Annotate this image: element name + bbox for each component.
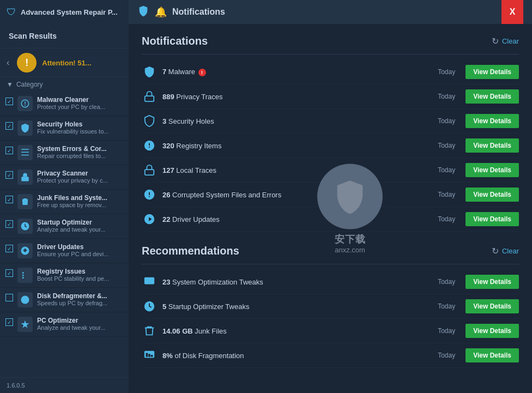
notifications-section-header: Notifications ↻ Clear [142, 35, 519, 47]
svg-point-3 [22, 275, 24, 276]
notif-malware-view-btn[interactable]: View Details [466, 65, 519, 79]
checkbox-system[interactable] [5, 147, 13, 154]
junk-icon [17, 194, 33, 209]
notifications-clear-label: Clear [502, 37, 519, 45]
notif-corrupted-view-btn[interactable]: View Details [466, 188, 519, 202]
category-row: ▼ Category [0, 77, 129, 92]
sidebar-item-privacy[interactable]: Privacy Scanner Protect your privacy by … [0, 165, 129, 190]
recommendations-divider [142, 264, 519, 264]
disk-item-name: Disk Defragmenter &... [37, 292, 123, 300]
drivers-row-icon [142, 211, 157, 227]
notifications-section-title: Notifications [142, 35, 492, 47]
notif-startup-view-btn[interactable]: View Details [466, 299, 519, 313]
notif-sysopt-date: Today [433, 278, 460, 286]
notifications-title: Notifications [172, 7, 225, 17]
notif-registry-date: Today [433, 142, 460, 149]
checkbox-junk[interactable] [5, 196, 13, 203]
svg-point-2 [22, 272, 24, 274]
notifications-panel: 安下载 anxz.com Notifications ↻ Clear 7 Mal… [129, 24, 532, 393]
notif-diskfrag-view-btn[interactable]: View Details [466, 348, 519, 362]
sidebar-item-disk[interactable]: Disk Defragmenter &... Speeds up PC by d… [0, 288, 129, 312]
notif-local-text: 127 Local Traces [162, 166, 427, 174]
notif-row-local: 127 Local Traces Today View Details [142, 158, 519, 183]
version-label: 1.6.0.5 [7, 382, 25, 389]
corrupted-row-icon [142, 187, 157, 202]
privacy-item-text: Privacy Scanner Protect your privacy by … [37, 170, 123, 184]
close-button[interactable]: X [501, 0, 523, 24]
malware-icon [17, 96, 33, 111]
watermark-text: 安下载 [317, 232, 383, 245]
privacy-icon [17, 170, 33, 185]
notif-privacy-date: Today [433, 93, 460, 100]
sidebar-item-startup[interactable]: Startup Optimizer Analyze and tweak your… [0, 214, 129, 239]
sidebar-item-optimizer[interactable]: PC Optimizer Analyze and tweak your... [0, 312, 129, 337]
app-title: Advanced System Repair P... [21, 8, 118, 16]
notifications-clear-button[interactable]: ↻ Clear [492, 36, 519, 46]
notifications-divider [142, 54, 519, 55]
recommendations-section: Recommendations ↻ Clear 23 System Optimi… [142, 245, 519, 368]
notif-junkfiles-date: Today [433, 327, 460, 335]
checkbox-malware[interactable] [5, 98, 13, 105]
notif-startup-text: 5 Startup Optimizer Tweaks [162, 303, 427, 311]
junk-item-desc: Free up space by remov... [37, 202, 123, 208]
checkbox-drivers[interactable] [5, 245, 13, 252]
notif-security-view-btn[interactable]: View Details [466, 114, 519, 128]
system-item-desc: Repair corrupted files to... [37, 153, 123, 159]
startup-item-desc: Analyze and tweak your... [37, 226, 123, 233]
notif-row-security: 3 Security Holes Today View Details [142, 109, 519, 134]
alert-dot: ! [198, 69, 206, 76]
notif-registry-view-btn[interactable]: View Details [466, 138, 519, 153]
recommendations-clear-button[interactable]: ↻ Clear [492, 246, 519, 256]
notif-security-date: Today [433, 117, 460, 125]
checkbox-security[interactable] [5, 122, 13, 130]
sidebar-item-junk[interactable]: Junk Files and Syste... Free up space by… [0, 190, 129, 214]
refresh-icon: ↻ [492, 36, 499, 46]
notif-row-junkfiles: 14.06 GB Junk Files Today View Details [142, 319, 519, 343]
notif-drivers-view-btn[interactable]: View Details [466, 212, 519, 226]
notif-row-registry: 320 Registry Items Today View Details [142, 134, 519, 158]
shield-icon: 🛡 [7, 7, 16, 18]
notif-privacy-text: 889 Privacy Traces [162, 93, 427, 101]
title-bar: 🛡 Advanced System Repair P... 🔔 Notifica… [0, 0, 532, 24]
security-item-text: Security Holes Fix vulnerability issues … [37, 120, 123, 135]
chevron-left-icon[interactable]: ‹ [7, 58, 9, 68]
notif-drivers-text: 22 Driver Updates [162, 215, 427, 223]
notif-junkfiles-view-btn[interactable]: View Details [466, 324, 519, 338]
security-item-name: Security Holes [37, 120, 123, 128]
sidebar-item-malware[interactable]: Malware Cleaner Protect your PC by clea.… [0, 92, 129, 116]
notif-local-view-btn[interactable]: View Details [466, 163, 519, 177]
notif-drivers-date: Today [433, 215, 460, 223]
malware-item-text: Malware Cleaner Protect your PC by clea.… [37, 96, 123, 110]
checkbox-privacy[interactable] [5, 171, 13, 179]
driver-icon [17, 243, 33, 258]
junkfiles-row-icon [142, 323, 157, 338]
notif-malware-text: 7 Malware ! [162, 68, 427, 76]
svg-point-4 [22, 277, 24, 279]
checkbox-disk[interactable] [5, 294, 13, 301]
security-item-desc: Fix vulnerability issues to... [37, 128, 123, 135]
sidebar-item-security[interactable]: Security Holes Fix vulnerability issues … [0, 116, 129, 141]
sidebar-item-drivers[interactable]: Driver Updates Ensure your PC and devi..… [0, 239, 129, 263]
disk-icon [17, 292, 33, 307]
sidebar-item-registry[interactable]: Registry Issues Boost PC stability and p… [0, 263, 129, 288]
notif-corrupted-text: 26 Corrupted System Files and Errors [162, 191, 427, 199]
notif-row-diskfrag: 8% of Disk Fragmentation Today View Deta… [142, 343, 519, 368]
disk-item-text: Disk Defragmenter &... Speeds up PC by d… [37, 292, 123, 306]
startup-item-name: Startup Optimizer [37, 219, 123, 226]
category-chevron-icon[interactable]: ▼ [7, 81, 13, 88]
attention-text: Attention! 51... [42, 59, 91, 67]
main-area: Scan Results ‹ ! Attention! 51... ▼ Cate… [0, 24, 532, 393]
junk-item-text: Junk Files and Syste... Free up space by… [37, 194, 123, 208]
checkbox-startup[interactable] [5, 220, 13, 228]
checkbox-optimizer[interactable] [5, 318, 13, 326]
registry-item-text: Registry Issues Boost PC stability and p… [37, 268, 123, 282]
checkbox-registry[interactable] [5, 269, 13, 277]
sidebar-item-system-errors[interactable]: System Errors & Cor... Repair corrupted … [0, 141, 129, 165]
notif-sysopt-view-btn[interactable]: View Details [466, 275, 519, 289]
malware-item-name: Malware Cleaner [37, 96, 123, 104]
notif-privacy-view-btn[interactable]: View Details [466, 89, 519, 104]
privacy-item-desc: Protect your privacy by c... [37, 177, 123, 184]
category-label: Category [16, 81, 43, 88]
driver-item-text: Driver Updates Ensure your PC and devi..… [37, 243, 123, 257]
notifications-section: Notifications ↻ Clear 7 Malware ! Today … [142, 35, 519, 232]
